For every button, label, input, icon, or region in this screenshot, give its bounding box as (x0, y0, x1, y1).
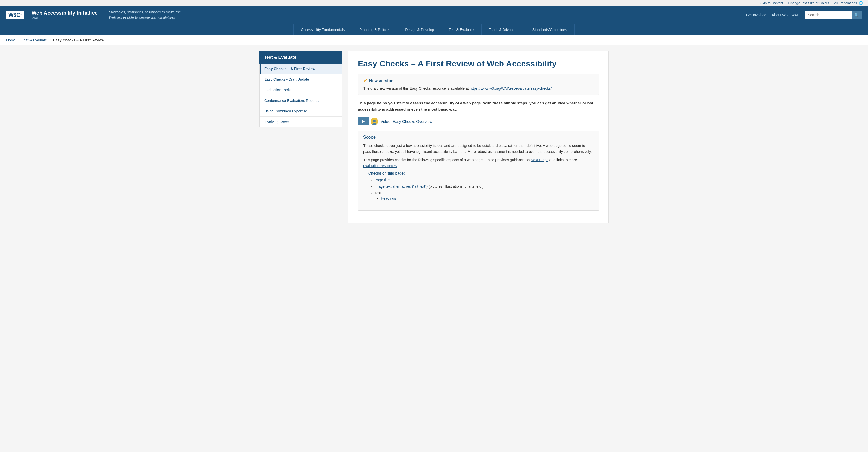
page-layout: Test & Evaluate Easy Checks – A First Re… (253, 45, 615, 230)
w3c-logo: W3C® (6, 11, 24, 19)
header-nav-links: Get Involved About W3C WAI (743, 13, 801, 17)
breadcrumb-home[interactable]: Home (6, 38, 16, 42)
org-title: Web Accessibility Initiative (32, 10, 98, 16)
wai-title: Web Accessibility Initiative WAI (32, 10, 98, 20)
search-button[interactable]: 🔍 (852, 11, 861, 19)
evaluation-resources-link[interactable]: evaluation resources (363, 164, 397, 168)
org-abbr: WAI (32, 16, 98, 20)
video-icon-wrap: ▶ (358, 117, 378, 125)
breadcrumb-sep-2: / (50, 38, 51, 42)
search-box: 🔍 (805, 11, 862, 19)
breadcrumb-section[interactable]: Test & Evaluate (22, 38, 47, 42)
video-link-wrapper: ▶ Video: Easy Checks Overview (358, 117, 599, 125)
scope-box: Scope These checks cover just a few acce… (358, 131, 599, 211)
page-title: Easy Checks – A First Review of Web Acce… (358, 59, 599, 68)
sidebar-title: Test & Evaluate (259, 51, 342, 64)
notice-text: The draft new version of this Easy Check… (363, 86, 594, 90)
page-title-check-link[interactable]: Page title (375, 178, 390, 182)
sidebar-item-easy-checks-first-review[interactable]: Easy Checks – A First Review (259, 64, 342, 74)
nav-accessibility-fundamentals[interactable]: Accessibility Fundamentals (293, 24, 352, 35)
checks-section: Checks on this page: Page title Image te… (363, 171, 594, 206)
w3c-badge: W3C® (6, 11, 24, 19)
wai-tagline: Strategies, standards, resources to make… (104, 10, 187, 20)
nav-teach-advocate[interactable]: Teach & Advocate (482, 24, 525, 35)
list-item: Text: Headings (375, 190, 588, 201)
nav-design-develop[interactable]: Design & Develop (398, 24, 441, 35)
main-nav: Accessibility Fundamentals Planning & Po… (0, 24, 868, 35)
breadcrumb-sep-1: / (18, 38, 20, 42)
image-alt-check-link[interactable]: Image text alternatives ("alt text") (375, 185, 429, 189)
text-sub-list: Headings (375, 196, 588, 201)
image-alt-note: (pictures, illustrations, charts, etc.) (429, 185, 483, 189)
sidebar-item-involving-users[interactable]: Involving Users (259, 117, 342, 127)
sidebar: Test & Evaluate Easy Checks – A First Re… (259, 51, 342, 223)
nav-standards-guidelines[interactable]: Standards/Guidelines (525, 24, 575, 35)
notice-title: ✔ New version (363, 78, 594, 84)
svg-point-0 (373, 120, 376, 122)
text-check-label: Text: (375, 191, 382, 195)
intro-text: This page helps you start to assess the … (358, 100, 599, 112)
headings-check-link[interactable]: Headings (381, 196, 396, 200)
list-item: Image text alternatives ("alt text") (pi… (375, 184, 588, 189)
list-item: Headings (381, 196, 588, 201)
nav-test-evaluate[interactable]: Test & Evaluate (441, 24, 481, 35)
about-w3c-wai-link[interactable]: About W3C WAI (769, 13, 801, 17)
sidebar-item-evaluation-tools[interactable]: Evaluation Tools (259, 85, 342, 95)
notice-link[interactable]: https://www.w3.org/WAI/test-evaluate/eas… (470, 86, 552, 90)
sidebar-item-using-combined-expertise[interactable]: Using Combined Expertise (259, 106, 342, 117)
video-icon: ▶ (358, 117, 369, 125)
next-steps-link[interactable]: Next Steps (531, 158, 548, 162)
skip-to-content-link[interactable]: Skip to Content (760, 1, 783, 5)
translation-icon: 🌐 (859, 1, 863, 5)
header-right: Get Involved About W3C WAI 🔍 (743, 11, 862, 19)
scope-title: Scope (363, 135, 594, 140)
nav-planning-policies[interactable]: Planning & Policies (352, 24, 398, 35)
person-icon (371, 118, 378, 125)
sidebar-item-conformance-evaluation[interactable]: Conformance Evaluation, Reports (259, 95, 342, 106)
video-link[interactable]: Video: Easy Checks Overview (380, 119, 432, 123)
header-left: W3C® Web Accessibility Initiative WAI St… (6, 10, 187, 20)
checkmark-icon: ✔ (363, 78, 367, 84)
scope-para-1: These checks cover just a few accessibil… (363, 143, 594, 154)
checks-label: Checks on this page: (368, 171, 588, 175)
sidebar-item-easy-checks-draft-update[interactable]: Easy Checks - Draft Update (259, 74, 342, 85)
site-header: W3C® Web Accessibility Initiative WAI St… (0, 6, 868, 24)
list-item: Page title (375, 177, 588, 183)
svg-point-1 (372, 123, 376, 125)
breadcrumb-current: Easy Checks – A First Review (53, 38, 104, 42)
top-bar: Skip to Content Change Text Size or Colo… (0, 0, 868, 6)
change-text-size-link[interactable]: Change Text Size or Colors (788, 1, 829, 5)
sidebar-nav: Easy Checks – A First Review Easy Checks… (259, 64, 342, 128)
scope-para-2: This page provides checks for the follow… (363, 157, 594, 169)
get-involved-link[interactable]: Get Involved (743, 13, 769, 17)
all-translations-link[interactable]: All Translations 🌐 (834, 1, 863, 5)
notice-box: ✔ New version The draft new version of t… (358, 74, 599, 95)
checks-list: Page title Image text alternatives ("alt… (368, 177, 588, 201)
breadcrumb: Home / Test & Evaluate / Easy Checks – A… (0, 35, 868, 45)
main-content: Easy Checks – A First Review of Web Acce… (348, 51, 609, 223)
search-input[interactable] (805, 11, 852, 19)
